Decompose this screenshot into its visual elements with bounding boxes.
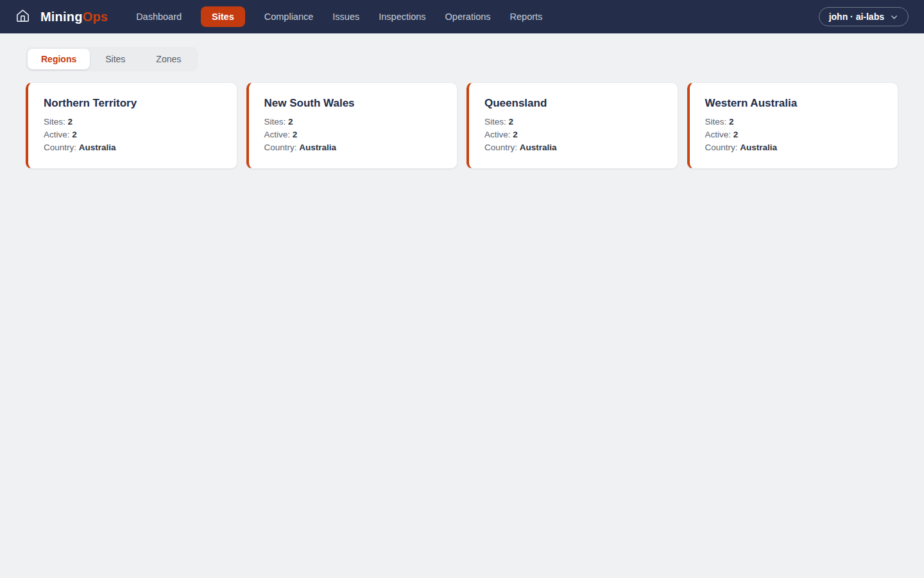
stat-active: Active: 2 <box>264 128 442 141</box>
region-card-new-south-wales[interactable]: New South Wales Sites: 2 Active: 2 Count… <box>246 82 458 169</box>
chevron-down-icon <box>890 13 898 21</box>
stat-sites: Sites: 2 <box>484 116 662 128</box>
region-card-title: Western Australia <box>705 97 883 110</box>
home-icon <box>15 8 30 26</box>
nav-item-inspections[interactable]: Inspections <box>379 12 425 22</box>
user-menu-label: john · ai-labs <box>829 12 884 22</box>
brand-accent: Ops <box>83 10 108 24</box>
brand-primary: Mining <box>40 10 83 24</box>
tab-zones[interactable]: Zones <box>141 49 196 69</box>
stat-active: Active: 2 <box>44 128 221 141</box>
nav-item-operations[interactable]: Operations <box>445 12 491 22</box>
main-content: Regions Sites Zones Northern Territory S… <box>0 33 924 169</box>
nav-item-sites[interactable]: Sites <box>201 6 245 27</box>
region-card-western-australia[interactable]: Western Australia Sites: 2 Active: 2 Cou… <box>687 82 899 169</box>
tab-regions[interactable]: Regions <box>28 49 90 69</box>
region-card-grid: Northern Territory Sites: 2 Active: 2 Co… <box>26 82 898 169</box>
region-card-queensland[interactable]: Queensland Sites: 2 Active: 2 Country: A… <box>466 82 678 169</box>
nav-item-dashboard[interactable]: Dashboard <box>136 12 182 22</box>
nav-item-reports[interactable]: Reports <box>510 12 543 22</box>
tab-sites[interactable]: Sites <box>90 49 141 69</box>
stat-active: Active: 2 <box>484 128 662 141</box>
view-tab-bar: Regions Sites Zones <box>26 47 198 71</box>
nav-item-compliance[interactable]: Compliance <box>264 12 314 22</box>
stat-country: Country: Australia <box>484 141 662 154</box>
main-nav: Dashboard Sites Compliance Issues Inspec… <box>136 6 542 27</box>
user-menu-button[interactable]: john · ai-labs <box>819 7 909 26</box>
stat-sites: Sites: 2 <box>44 116 221 128</box>
stat-sites: Sites: 2 <box>705 116 883 128</box>
region-card-title: Northern Territory <box>44 97 221 110</box>
stat-active: Active: 2 <box>705 128 883 141</box>
stat-country: Country: Australia <box>705 141 883 154</box>
nav-item-issues[interactable]: Issues <box>332 12 359 22</box>
stat-country: Country: Australia <box>264 141 442 154</box>
stat-sites: Sites: 2 <box>264 116 442 128</box>
brand-logo[interactable]: MiningOps <box>40 10 108 24</box>
stat-country: Country: Australia <box>44 141 221 154</box>
region-card-northern-territory[interactable]: Northern Territory Sites: 2 Active: 2 Co… <box>26 82 237 169</box>
region-card-title: New South Wales <box>264 97 442 110</box>
region-card-title: Queensland <box>484 97 662 110</box>
top-navbar: MiningOps Dashboard Sites Compliance Iss… <box>0 0 924 33</box>
home-button[interactable] <box>15 8 30 26</box>
